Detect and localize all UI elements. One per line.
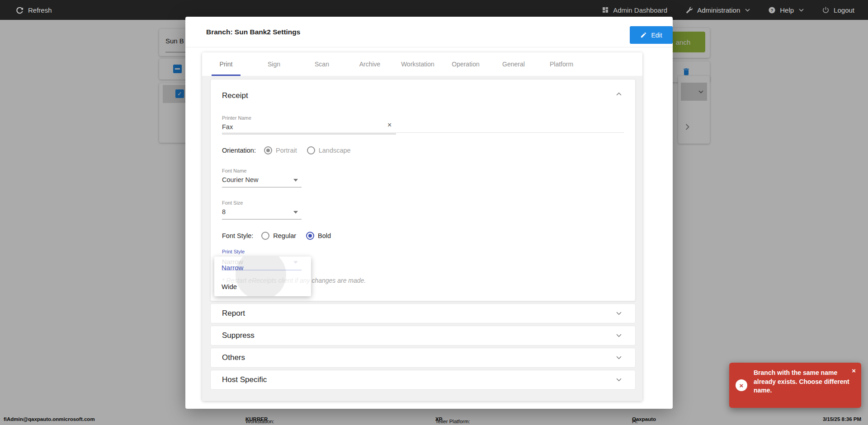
menu-option-wide[interactable]: Wide: [222, 283, 237, 290]
print-tab-content: Receipt Printer Name Fax × Orientation: …: [202, 76, 642, 401]
refresh-icon: [15, 6, 24, 14]
help-icon: ?: [768, 6, 776, 14]
tab-scan[interactable]: Scan: [298, 52, 346, 76]
logout-button[interactable]: Logout: [822, 6, 854, 14]
host-specific-section-header[interactable]: Host Specific: [210, 370, 636, 390]
chevron-up-icon[interactable]: [616, 92, 622, 96]
input-underline: [222, 187, 302, 187]
pencil-icon: [640, 32, 647, 38]
logout-label: Logout: [834, 6, 854, 14]
portrait-radio[interactable]: [264, 146, 272, 154]
tab-label: Scan: [315, 61, 329, 68]
tab-operation[interactable]: Operation: [442, 52, 490, 76]
bold-label: Bold: [318, 232, 331, 239]
landscape-radio[interactable]: [307, 146, 315, 154]
input-underline: [222, 134, 396, 134]
admin-dashboard-link[interactable]: Admin Dashboard: [602, 6, 667, 14]
dialog-header: Branch: Sun Bank2 Settings Edit: [185, 17, 673, 47]
suppress-section-title: Suppress: [222, 331, 255, 340]
dashboard-icon: [602, 6, 609, 14]
orientation-label: Orientation:: [222, 147, 256, 154]
tab-label: Workstation: [401, 61, 434, 68]
dialog-body: Print Sign Scan Archive Workstation Oper…: [202, 52, 642, 401]
portrait-label: Portrait: [276, 147, 297, 154]
admin-dashboard-label: Admin Dashboard: [613, 6, 667, 14]
suppress-section-header[interactable]: Suppress: [210, 326, 636, 346]
ripple-effect: [236, 257, 286, 296]
chevron-down-icon: [616, 312, 622, 315]
clear-icon[interactable]: ×: [387, 121, 392, 129]
print-style-label: Print Style: [222, 249, 245, 254]
tab-label: Operation: [452, 61, 479, 68]
font-style-group: Font Style: Regular Bold: [222, 232, 331, 240]
settings-tabs: Print Sign Scan Archive Workstation Oper…: [202, 52, 642, 76]
receipt-section: Receipt Printer Name Fax × Orientation: …: [210, 79, 636, 301]
divider: [222, 132, 624, 133]
tab-sign[interactable]: Sign: [250, 52, 298, 76]
branch-settings-dialog: Branch: Sun Bank2 Settings Edit Print Si…: [185, 17, 673, 409]
wrench-icon: [685, 6, 693, 14]
help-menu[interactable]: ? Help: [768, 6, 804, 14]
chevron-down-icon: [616, 356, 622, 360]
font-size-label: Font Size: [222, 200, 243, 205]
chevron-down-icon: [616, 334, 622, 337]
administration-label: Administration: [697, 6, 740, 14]
tab-print[interactable]: Print: [202, 52, 250, 76]
printer-name-label: Printer Name: [222, 115, 251, 121]
tab-general[interactable]: General: [490, 52, 538, 76]
font-name-label: Font Name: [222, 168, 246, 173]
chevron-down-icon: [616, 378, 622, 382]
help-label: Help: [780, 6, 794, 14]
refresh-label: Refresh: [28, 6, 52, 14]
dropdown-caret-icon[interactable]: [293, 179, 298, 182]
regular-label: Regular: [273, 232, 296, 239]
refresh-button[interactable]: Refresh: [15, 6, 52, 14]
edit-button[interactable]: Edit: [630, 26, 673, 44]
tab-workstation[interactable]: Workstation: [394, 52, 442, 76]
input-underline: [222, 219, 302, 220]
landscape-label: Landscape: [319, 147, 351, 154]
chevron-down-icon: [799, 9, 804, 12]
dropdown-caret-icon[interactable]: [293, 211, 298, 214]
others-section-header[interactable]: Others: [210, 348, 636, 368]
menu-option-narrow[interactable]: Narrow: [222, 264, 243, 271]
dialog-title: Branch: Sun Bank2 Settings: [206, 28, 300, 36]
tab-label: Platform: [550, 61, 573, 68]
tab-label: Sign: [268, 61, 280, 68]
font-name-select[interactable]: Courier New: [222, 176, 259, 183]
font-size-select[interactable]: 8: [222, 208, 226, 215]
print-style-menu: Narrow Wide: [214, 257, 311, 296]
edit-label: Edit: [651, 32, 662, 39]
others-section-title: Others: [222, 353, 245, 362]
printer-name-field[interactable]: Fax: [222, 123, 233, 131]
report-section-title: Report: [222, 309, 245, 318]
orientation-group: Orientation: Portrait Landscape: [222, 146, 351, 154]
toast-close-icon[interactable]: ×: [852, 367, 856, 374]
tab-label: General: [502, 61, 525, 68]
tab-archive[interactable]: Archive: [346, 52, 394, 76]
administration-menu[interactable]: Administration: [685, 6, 750, 14]
receipt-section-title: Receipt: [222, 91, 248, 100]
svg-text:?: ?: [771, 8, 774, 12]
font-style-label: Font Style:: [222, 232, 253, 239]
toast-message: Branch with the same name already exists…: [754, 369, 849, 395]
tab-label: Print: [220, 61, 233, 68]
chevron-down-icon: [745, 9, 750, 12]
error-toast: × Branch with the same name already exis…: [729, 363, 861, 408]
host-specific-section-title: Host Specific: [222, 375, 267, 384]
regular-radio[interactable]: [261, 232, 269, 240]
tab-label: Archive: [359, 61, 381, 68]
error-icon: ×: [736, 379, 747, 391]
power-icon: [822, 6, 830, 14]
tab-platform[interactable]: Platform: [538, 52, 585, 76]
report-section-header[interactable]: Report: [210, 304, 636, 323]
bold-radio[interactable]: [306, 232, 314, 240]
